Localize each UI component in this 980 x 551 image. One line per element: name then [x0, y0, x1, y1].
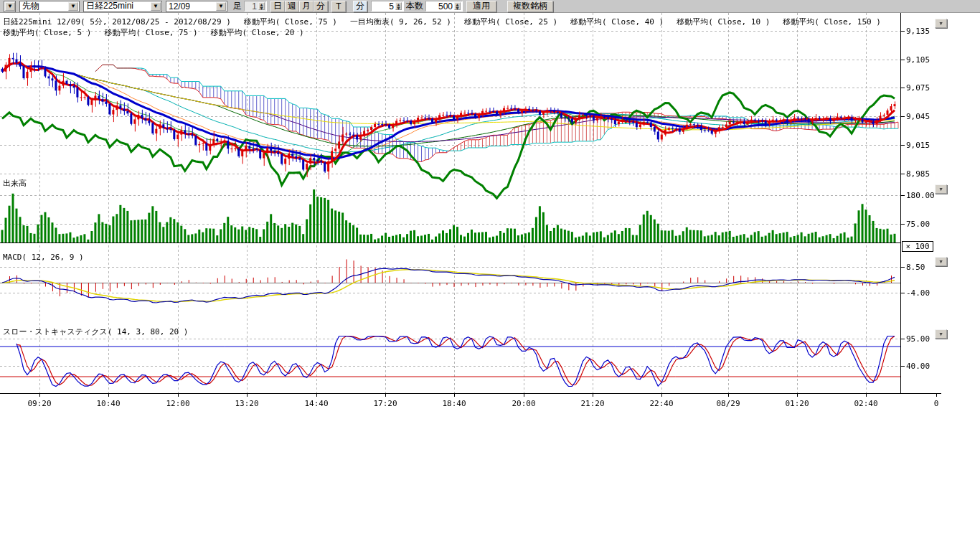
ashi-label: 足	[231, 0, 244, 12]
chart-application-window: ▼ 先物 ▼ 日経225mini ▼ 12/09 ▼ 足 1 ▲▼ 日 週 月 …	[0, 0, 980, 551]
time-axis-label: 22:40	[644, 399, 679, 408]
stoch-axis-label: 40.00	[906, 362, 930, 371]
legend-item: 移動平均( Close, 75 )	[104, 28, 197, 37]
stoch-pane-title: スロー・ストキャスティクス( 14, 3, 80, 20 )	[3, 326, 188, 337]
axis-scale-dropdown[interactable]: ▼	[935, 329, 947, 339]
macd-axis-label: 8.50	[906, 263, 925, 272]
bars-label: 本数	[404, 0, 425, 12]
symbol-combo[interactable]: 日経225mini ▼	[83, 1, 162, 12]
price-axis-label: 9,135	[906, 27, 930, 36]
time-axis-label: 17:20	[368, 399, 402, 408]
time-axis-label: 02:40	[849, 399, 883, 408]
symbol-combo-value: 日経225mini	[86, 0, 133, 12]
legend-item: 日経225mini 12/09( 5分, 2012/08/25 - 2012/0…	[3, 17, 231, 27]
category-combo[interactable]: 先物 ▼	[19, 1, 80, 12]
legend-item: 移動平均( Close, 25 )	[464, 17, 557, 27]
contract-combo-value: 12/09	[169, 1, 190, 11]
time-axis-label: 12:00	[161, 399, 195, 408]
apply-button[interactable]: 適用	[466, 1, 496, 12]
chevron-down-icon: ▼	[68, 2, 78, 11]
volume-pane-title: 出来高	[3, 178, 27, 189]
price-axis-label: 9,015	[906, 141, 930, 150]
legend-item: 一目均衡表( 9, 26, 52 )	[350, 17, 451, 27]
volume-axis-label: 180.00	[906, 191, 935, 200]
price-axis-label: 8,985	[906, 169, 930, 179]
price-axis-label: 9,075	[906, 83, 930, 93]
legend-row-1: 日経225mini 12/09( 5分, 2012/08/25 - 2012/0…	[3, 17, 894, 27]
legend-item: 移動平均( Close, 40 )	[570, 17, 664, 27]
minutes-spinner-value: 5	[389, 1, 394, 11]
axis-scale-dropdown[interactable]: ▼	[935, 19, 947, 28]
multi-symbol-button[interactable]: 複数銘柄	[507, 1, 553, 12]
interval-spinner-value: 1	[252, 1, 257, 11]
time-axis-label: 21:20	[575, 399, 610, 408]
macd-axis-label: -4.00	[906, 288, 930, 298]
minutes-spinner[interactable]: 5 ▲▼	[371, 1, 404, 11]
mini-dropdown[interactable]: ▼	[4, 1, 16, 12]
legend-item: 移動平均( Close, 75 )	[244, 17, 337, 27]
toolbar: ▼ 先物 ▼ 日経225mini ▼ 12/09 ▼ 足 1 ▲▼ 日 週 月 …	[0, 0, 980, 13]
period-week-button[interactable]: 週	[285, 1, 299, 12]
time-axis-label: 10:40	[91, 399, 126, 408]
legend-item: 移動平均( Close, 20 )	[211, 28, 304, 37]
chevron-down-icon: ▼	[216, 2, 226, 11]
legend-item: 移動平均( Close, 10 )	[677, 17, 770, 27]
contract-combo[interactable]: 12/09 ▼	[166, 1, 227, 12]
period-month-button[interactable]: 月	[299, 1, 314, 12]
time-axis-label: 09:20	[22, 399, 57, 408]
period-tick-button[interactable]: T	[331, 1, 346, 12]
legend-row-2: 移動平均( Close, 5 )移動平均( Close, 75 )移動平均( C…	[3, 27, 317, 38]
minute-mode-label[interactable]: 分	[353, 1, 367, 12]
time-axis-label: 18:40	[437, 399, 471, 408]
period-minute-button[interactable]: 分	[314, 1, 328, 12]
interval-spinner[interactable]: 1 ▲▼	[244, 1, 267, 11]
macd-pane-title: MACD( 12, 26, 9 )	[3, 253, 84, 262]
bars-spinner-value: 500	[438, 1, 453, 11]
volume-multiplier-badge: × 100	[902, 241, 933, 252]
time-axis-label: 08/29	[711, 399, 745, 408]
bars-spinner[interactable]: 500 ▲▼	[425, 1, 463, 11]
price-axis-label: 9,105	[906, 55, 930, 65]
spinner-arrows-icon[interactable]: ▲▼	[258, 2, 265, 10]
time-axis-label: 0	[919, 399, 953, 408]
period-day-button[interactable]: 日	[270, 1, 285, 12]
time-axis-label: 13:20	[230, 399, 264, 408]
time-axis-label: 14:40	[299, 399, 334, 408]
spinner-arrows-icon[interactable]: ▲▼	[395, 2, 402, 10]
legend-item: 移動平均( Close, 5 )	[3, 28, 91, 37]
chevron-down-icon: ▼	[5, 2, 15, 11]
price-chart-canvas[interactable]	[0, 0, 980, 551]
time-axis-label: 01:20	[780, 399, 814, 408]
category-combo-value: 先物	[22, 0, 39, 12]
price-axis-label: 9,045	[906, 112, 930, 121]
axis-scale-dropdown[interactable]: ▼	[935, 257, 947, 266]
time-axis-label: 20:00	[507, 399, 541, 408]
volume-axis-label: 75.00	[906, 220, 930, 229]
spinner-arrows-icon[interactable]: ▲▼	[454, 2, 461, 10]
stoch-axis-label: 95.00	[906, 334, 930, 344]
legend-item: 移動平均( Close, 150 )	[783, 17, 881, 27]
chevron-down-icon: ▼	[151, 2, 161, 11]
axis-scale-dropdown[interactable]: ▼	[935, 184, 947, 194]
